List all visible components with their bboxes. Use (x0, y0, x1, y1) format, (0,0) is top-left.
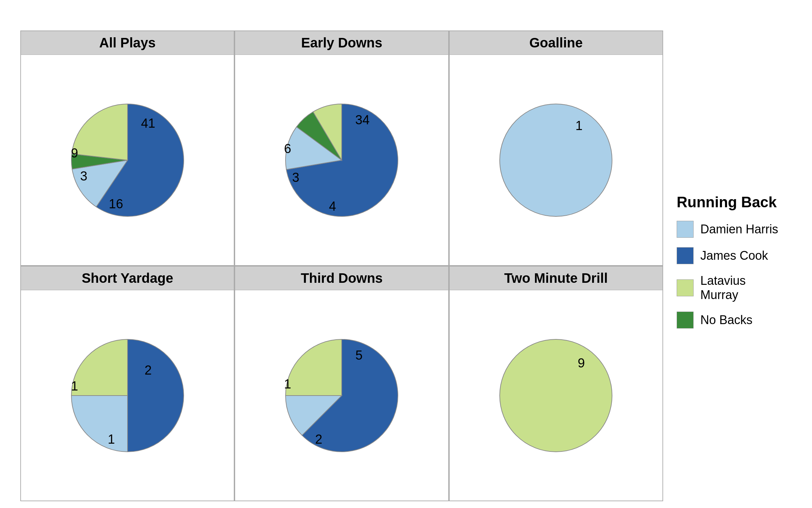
legend-label-latavius_murray: Latavius Murray (700, 274, 785, 302)
pie-label-third-downs-1: 1 (284, 377, 291, 391)
chart-body-all-plays: 419316 (21, 55, 234, 265)
chart-body-third-downs: 512 (235, 290, 448, 501)
chart-cell-third-downs: Third Downs512 (234, 266, 449, 501)
pie-container-two-minute-drill: 9 (498, 338, 613, 453)
legend-item-latavius_murray: Latavius Murray (677, 274, 785, 302)
pie-svg (70, 338, 185, 453)
pie-label-short-yardage-1: 1 (71, 379, 78, 394)
legend-item-damien_harris: Damien Harris (677, 221, 785, 238)
pie-label-third-downs-2: 2 (315, 432, 322, 446)
pie-svg (498, 338, 613, 453)
chart-cell-all-plays: All Plays419316 (20, 30, 234, 266)
pie-label-third-downs-0: 5 (355, 348, 362, 362)
chart-cell-early-downs: Early Downs34634 (234, 30, 449, 266)
content-area: All Plays419316Early Downs34634Goalline1… (20, 30, 792, 501)
legend-item-james_cook: James Cook (677, 247, 785, 264)
pie-label-all-plays-0: 41 (141, 116, 155, 130)
pie-svg (284, 103, 399, 218)
pie-label-short-yardage-0: 2 (144, 363, 152, 377)
legend-label-no_backs: No Backs (700, 313, 752, 327)
chart-header-goalline: Goalline (450, 31, 662, 55)
pie-label-early-downs-3: 4 (329, 199, 336, 213)
pie-label-short-yardage-2: 1 (108, 432, 115, 446)
legend-swatch-latavius_murray (677, 279, 694, 296)
chart-header-early-downs: Early Downs (235, 31, 448, 55)
chart-cell-short-yardage: Short Yardage211 (20, 266, 234, 501)
pie-label-all-plays-2: 3 (80, 169, 87, 184)
legend-area: Running Back Damien HarrisJames CookLata… (663, 30, 792, 501)
pie-label-two-minute-drill-0: 9 (578, 356, 585, 371)
pie-svg (70, 103, 185, 218)
legend-swatch-no_backs (677, 312, 694, 329)
pie-label-early-downs-2: 3 (292, 170, 299, 185)
legend-item-no_backs: No Backs (677, 312, 785, 329)
pie-label-early-downs-0: 34 (355, 112, 369, 127)
chart-body-short-yardage: 211 (21, 290, 234, 501)
page: All Plays419316Early Downs34634Goalline1… (0, 0, 812, 508)
chart-header-third-downs: Third Downs (235, 267, 448, 290)
chart-cell-goalline: Goalline1 (449, 30, 663, 266)
legend-label-damien_harris: Damien Harris (700, 222, 778, 236)
legend-title: Running Back (677, 194, 785, 211)
chart-body-two-minute-drill: 9 (450, 290, 662, 501)
pie-label-early-downs-1: 6 (284, 141, 291, 156)
chart-body-goalline: 1 (450, 55, 662, 265)
pie-container-goalline: 1 (498, 103, 613, 218)
chart-header-two-minute-drill: Two Minute Drill (450, 267, 662, 290)
pie-label-all-plays-1: 9 (71, 146, 78, 161)
pie-container-short-yardage: 211 (70, 338, 185, 453)
pie-label-all-plays-3: 16 (109, 196, 123, 211)
pie-container-early-downs: 34634 (284, 103, 399, 218)
legend-label-james_cook: James Cook (700, 249, 768, 263)
chart-grid: All Plays419316Early Downs34634Goalline1… (20, 30, 663, 501)
chart-body-early-downs: 34634 (235, 55, 448, 265)
pie-svg (284, 338, 399, 453)
legend-items: Damien HarrisJames CookLatavius MurrayNo… (677, 221, 785, 338)
chart-header-all-plays: All Plays (21, 31, 234, 55)
legend-swatch-james_cook (677, 247, 694, 264)
chart-header-short-yardage: Short Yardage (21, 267, 234, 290)
svg-point-0 (500, 104, 612, 216)
pie-label-goalline-0: 1 (576, 118, 583, 133)
pie-svg (498, 103, 613, 218)
pie-container-all-plays: 419316 (70, 103, 185, 218)
legend-swatch-damien_harris (677, 221, 694, 238)
svg-point-1 (500, 339, 612, 452)
chart-cell-two-minute-drill: Two Minute Drill9 (449, 266, 663, 501)
pie-container-third-downs: 512 (284, 338, 399, 453)
